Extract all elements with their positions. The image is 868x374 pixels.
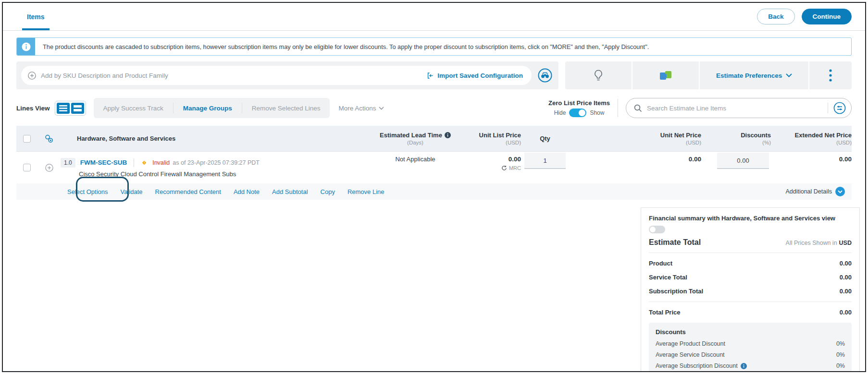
app-window: Items Back Continue The product discount…: [2, 2, 866, 372]
sku-search-input[interactable]: [41, 72, 422, 79]
column-header-extended[interactable]: Extended Net Price: [771, 132, 852, 139]
continue-button[interactable]: Continue: [802, 9, 852, 24]
summary-row: Total Price 0.00: [649, 309, 852, 316]
line-action-link[interactable]: Validate: [121, 188, 143, 195]
lead-time-info-icon[interactable]: [445, 132, 451, 138]
import-saved-configuration-button[interactable]: Import Saved Configuration: [427, 72, 528, 79]
prices-note: All Prices Shown in: [786, 240, 837, 246]
back-button[interactable]: Back: [757, 9, 794, 24]
billing-frequency: MRC: [509, 165, 521, 171]
info-banner-text: The product discounts are cascaded to su…: [35, 38, 649, 55]
select-all-checkbox[interactable]: [23, 135, 31, 143]
additional-details-chevron-icon: [835, 187, 845, 196]
chevron-down-icon: [379, 107, 384, 110]
binoculars-icon[interactable]: [537, 68, 553, 83]
lead-time-value: Not Applicable: [367, 156, 463, 163]
extended-net-price-value: 0.00: [771, 156, 852, 163]
table-header: Hardware, Software and Services Estimate…: [16, 126, 852, 152]
tab-items[interactable]: Items: [22, 3, 50, 30]
summary-view-toggle-label: Financial summary with Hardware, Softwar…: [649, 215, 852, 222]
estimate-total-title: Estimate Total: [649, 238, 786, 247]
info-banner: The product discounts are cascaded to su…: [16, 37, 852, 56]
line-action-link[interactable]: Select Options: [67, 188, 108, 195]
show-label: Show: [590, 109, 604, 116]
table-row: 1.0 FWM-SEC-SUB Invalid as of 23-Apr-202…: [16, 152, 852, 183]
discount-input[interactable]: [717, 153, 769, 169]
warning-diamond-icon: [141, 159, 148, 166]
estimate-preferences-button[interactable]: Estimate Preferences: [699, 61, 808, 89]
additional-details-button[interactable]: Additional Details: [785, 187, 845, 196]
discount-row: Average Subscription Discount 0%: [656, 362, 845, 369]
deals-button[interactable]: [632, 61, 699, 89]
line-action-link[interactable]: Copy: [321, 188, 335, 195]
line-action-link[interactable]: Add Subtotal: [272, 188, 308, 195]
column-header-unit-list[interactable]: Unit List Price: [463, 132, 521, 139]
lines-view-toggle: [55, 101, 86, 116]
zero-list-price-control: Zero List Price Items Hide Show: [548, 99, 610, 117]
summary-view-toggle[interactable]: [649, 226, 665, 233]
info-icon: [17, 38, 35, 55]
column-header-lead-time[interactable]: Estimated Lead Time: [380, 132, 442, 139]
summary-row: Service Total 0.00: [649, 274, 852, 281]
briefcase-puzzle-icon: [659, 69, 672, 82]
import-icon: [427, 72, 434, 79]
search-input[interactable]: [647, 105, 823, 112]
discount-info-icon[interactable]: [741, 363, 747, 369]
group-lines-icon[interactable]: [37, 134, 61, 144]
column-header-qty[interactable]: Qty: [521, 135, 569, 142]
kebab-icon: [829, 69, 832, 82]
discounts-box: Discounts Average Product Discount 0% Av…: [649, 323, 852, 371]
zero-list-price-label: Zero List Price Items: [548, 99, 610, 107]
line-action-link[interactable]: Remove Line: [347, 188, 384, 195]
filter-icon[interactable]: [833, 101, 846, 115]
discount-row: Average Service Discount 0%: [656, 351, 845, 358]
line-actions-bar: Select Options Validate Recommended Cont…: [16, 183, 852, 200]
manage-groups-button[interactable]: Manage Groups: [173, 103, 242, 113]
page-header: Items Back Continue: [3, 3, 865, 31]
column-header-unit-net[interactable]: Unit Net Price: [569, 132, 701, 139]
hide-label: Hide: [554, 109, 566, 116]
search-estimate-lines: [626, 98, 852, 118]
remove-selected-lines-button[interactable]: Remove Selected Lines: [242, 103, 330, 113]
lines-view-label: Lines View: [16, 105, 50, 112]
summary-row: Product 0.00: [649, 260, 852, 267]
search-icon: [634, 104, 642, 112]
column-header-main[interactable]: Hardware, Software and Services: [61, 135, 367, 142]
plus-circle-icon: [28, 72, 36, 80]
suggestions-button[interactable]: [565, 61, 632, 89]
apply-success-track-button[interactable]: Apply Success Track: [94, 103, 173, 113]
chevron-down-icon: [786, 73, 792, 77]
line-action-link[interactable]: Recommended Content: [155, 188, 221, 195]
expand-row-icon[interactable]: [37, 164, 61, 172]
bulk-actions-group: Apply Success Track Manage Groups Remove…: [94, 98, 330, 118]
summary-row: Subscription Total 0.00: [649, 288, 852, 295]
row-checkbox[interactable]: [23, 164, 31, 171]
toolbar-right-panel: Estimate Preferences: [565, 61, 852, 89]
financial-summary-panel: Financial summary with Hardware, Softwar…: [641, 207, 860, 371]
recurring-icon: [501, 165, 507, 171]
split-view-button[interactable]: [71, 103, 84, 114]
column-header-discounts[interactable]: Discounts: [701, 132, 771, 139]
more-actions-button[interactable]: More Actions: [338, 105, 384, 112]
qty-input[interactable]: [524, 153, 566, 169]
line-action-link[interactable]: Add Note: [234, 188, 260, 195]
invalid-status: Invalid: [152, 159, 170, 166]
discounts-title: Discounts: [656, 328, 845, 336]
zero-list-price-toggle[interactable]: [569, 109, 586, 117]
lightbulb-icon: [593, 69, 604, 82]
add-sku-panel: Import Saved Configuration: [16, 61, 558, 89]
add-sku-pill: Import Saved Configuration: [21, 66, 532, 85]
list-view-button[interactable]: [57, 103, 70, 114]
currency-label: USD: [839, 240, 852, 246]
more-menu-button[interactable]: [808, 61, 852, 89]
invalid-timestamp: as of 23-Apr-2025 07:39:27 PDT: [173, 159, 260, 166]
toolbar: Import Saved Configuration Estimate Pref…: [16, 61, 852, 89]
discount-row: Average Product Discount 0%: [656, 340, 845, 347]
sku-link[interactable]: FWM-SEC-SUB: [80, 159, 127, 166]
line-description: Cisco Security Cloud Control Firewall Ma…: [61, 170, 367, 178]
table-actions-bar: Lines View Apply Success Track Manage Gr…: [16, 95, 852, 121]
line-number-badge: 1.0: [61, 158, 75, 168]
unit-net-price-value: 0.00: [569, 156, 701, 163]
unit-list-price-value: 0.00: [463, 156, 521, 163]
